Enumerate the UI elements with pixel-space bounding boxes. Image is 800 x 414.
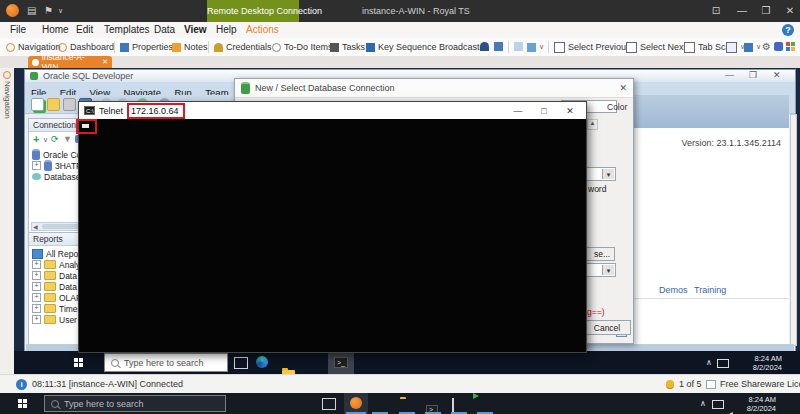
tab-close-icon[interactable]: ✕ (102, 58, 108, 66)
window-title: instance-A-WIN - Royal TS (362, 0, 470, 22)
display-icon (527, 43, 536, 52)
select-previous-icon (554, 42, 565, 53)
ip-highlight-box (127, 103, 185, 119)
folder-icon (44, 282, 56, 291)
select-next-button[interactable]: Select Next (626, 38, 686, 56)
cmd-taskbar-button[interactable]: >_ (426, 398, 438, 414)
sqldev-title: Oracle SQL Developer (43, 71, 133, 81)
remote-start-button[interactable] (74, 358, 83, 367)
expand-icon[interactable]: + (32, 161, 41, 170)
grid-dropdown[interactable]: ∨ (744, 38, 761, 56)
dock-icon[interactable]: ⊡ (706, 0, 726, 22)
telnet-minimize-button[interactable]: — (507, 106, 529, 116)
sqldev-app-icon (30, 72, 38, 80)
dropdown-arrow-icon[interactable]: ▼ (602, 265, 614, 275)
network-icon[interactable] (712, 400, 724, 409)
windows-start-icon (18, 399, 27, 408)
help-icon[interactable]: ? (782, 24, 794, 36)
filter-icon[interactable]: ▼ (63, 134, 72, 144)
keyboard-icon (366, 43, 375, 52)
tray-chevron-icon[interactable]: ∧ (706, 358, 712, 367)
plugin-icon[interactable] (774, 42, 783, 51)
add-connection-icon[interactable]: + (33, 133, 39, 145)
report-icon (32, 249, 43, 259)
telnet-maximize-button[interactable]: □ (533, 106, 555, 116)
host-taskbar: Type here to search >_ ∧ ✕ 8:24 AM 8/2/2… (0, 393, 800, 414)
maximize-button[interactable]: ❐ (756, 0, 776, 22)
connection-dialog-icon (241, 82, 250, 94)
menu-help[interactable]: Help (216, 22, 237, 38)
menu-edit[interactable]: Edit (76, 22, 93, 38)
key-sequence-broadcaster-button[interactable]: Key Sequence Broadcaster (366, 38, 488, 56)
remote-desktop-taskbar-button[interactable] (452, 399, 454, 414)
open-folder-icon[interactable] (47, 98, 60, 111)
menu-data[interactable]: Data (154, 22, 175, 38)
tasks-button[interactable]: Tasks (330, 38, 365, 56)
dialog-close-icon[interactable]: ✕ (619, 83, 627, 93)
gear-icon[interactable]: ⚙ (762, 41, 771, 52)
training-link[interactable]: Training (694, 285, 726, 295)
cursor-highlight-box (76, 119, 97, 134)
save-icon-disabled (63, 98, 76, 111)
sqldev-vscrollbar[interactable] (790, 114, 797, 346)
task-view-icon[interactable] (234, 357, 248, 369)
host-start-button[interactable] (18, 399, 27, 408)
connection-count: 1 of 5 (679, 379, 702, 389)
add-connection-dropdown-icon[interactable]: ∨ (43, 136, 48, 144)
menu-templates[interactable]: Templates (104, 22, 150, 38)
telnet-app-icon: C:\ (84, 106, 95, 115)
arch-icon[interactable] (480, 42, 489, 51)
menu-file[interactable]: File (10, 22, 26, 38)
menu-actions[interactable]: Actions (246, 22, 279, 38)
sqldev-maximize-button[interactable]: ❐ (749, 70, 757, 80)
thumbnail-grid-icon[interactable] (514, 42, 523, 51)
toolbar-separator (114, 41, 115, 53)
dialog-title: New / Select Database Connection (255, 83, 395, 93)
close-button[interactable]: ✕ (780, 0, 800, 22)
terminal-taskbar-button-active[interactable]: >_ (328, 351, 354, 374)
scroll-up-icon[interactable]: ▲ (587, 119, 598, 130)
folder-icon (44, 260, 56, 269)
save-icon[interactable]: ▤ (27, 4, 36, 18)
telnet-close-button[interactable]: ✕ (559, 106, 581, 116)
new-file-icon[interactable] (31, 98, 44, 111)
quick-access-dropdown-icon[interactable]: ∨ (58, 4, 63, 18)
remote-clock[interactable]: 8:24 AM 8/2/2024 (738, 354, 782, 372)
minimize-button[interactable]: — (732, 0, 752, 22)
dropdown-arrow-icon[interactable]: ▼ (602, 169, 614, 179)
display-mode-dropdown[interactable]: ∨ (527, 38, 544, 56)
host-clock[interactable]: 8:24 AM 8/2/2024 (734, 395, 776, 413)
telnet-titlebar[interactable]: C:\ Telnet 172.16.0.64 — □ ✕ (79, 102, 586, 119)
menu-home[interactable]: Home (42, 22, 69, 38)
telnet-terminal[interactable] (79, 119, 584, 350)
demos-link[interactable]: Demos (659, 285, 688, 295)
task-view-icon[interactable] (322, 398, 336, 410)
edge-icon[interactable] (256, 356, 268, 368)
todo-items-button[interactable]: To-Do Items (272, 38, 333, 56)
notes-button[interactable]: Notes (172, 38, 208, 56)
remote-search-box[interactable]: Type here to search (104, 353, 228, 372)
host-search-box[interactable]: Type here to search (44, 395, 226, 412)
window-dropdown[interactable]: ∨ (726, 38, 745, 56)
sqldev-close-button[interactable]: ✕ (773, 70, 781, 80)
navigation-panel-collapsed[interactable]: Navigation (0, 68, 15, 374)
credentials-button[interactable]: Credentials (214, 38, 272, 56)
terminal-icon: >_ (334, 357, 348, 368)
royal-ts-window: ▤ ⚑ ∨ Remote Desktop Connection instance… (0, 0, 800, 414)
color-grid-icon[interactable] (786, 42, 795, 51)
cancel-button[interactable]: Cancel (583, 320, 631, 335)
session-icon (32, 59, 39, 66)
toolbar-separator (508, 41, 509, 53)
network-icon[interactable] (717, 359, 729, 368)
notes-icon (172, 43, 181, 52)
select-previous-button[interactable]: Select Previous (554, 38, 631, 56)
royalts-taskbar-button-active[interactable] (344, 393, 368, 414)
key-icon (214, 43, 223, 52)
refresh-icon[interactable]: ⟳ (51, 134, 59, 144)
flag-icon[interactable]: ⚑ (44, 4, 53, 18)
tray-chevron-icon[interactable]: ∧ (700, 399, 706, 408)
properties-button[interactable]: Properties (120, 38, 173, 56)
grid-edit-icon[interactable] (494, 42, 503, 51)
tab-instance-a-win[interactable]: instance-A-WIN ✕ (28, 56, 112, 68)
sqldev-minimize-button[interactable]: — (725, 70, 734, 80)
